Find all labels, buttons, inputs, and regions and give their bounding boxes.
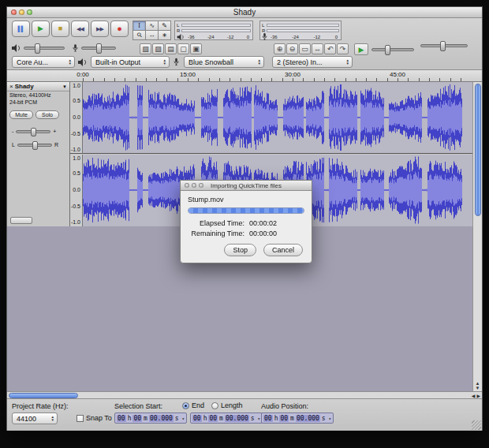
slider-thumb[interactable] — [35, 43, 40, 54]
zoom-in-icon: ⊕ — [277, 45, 283, 53]
playback-meter[interactable]: L R -36-24-120 — [174, 21, 253, 40]
pan-slider[interactable] — [17, 144, 52, 147]
slider-thumb[interactable] — [31, 128, 36, 136]
project-rate-dropdown[interactable]: 44100 ▲▼ — [12, 413, 58, 424]
waveform-left-channel[interactable] — [83, 82, 472, 154]
scrollbar-thumb[interactable] — [475, 84, 481, 216]
dialog-window-controls — [185, 183, 203, 188]
microphone-icon — [73, 44, 78, 52]
close-button[interactable] — [185, 183, 189, 188]
chevron-down-icon[interactable]: ▾ — [328, 416, 331, 421]
gain-slider[interactable] — [16, 130, 50, 133]
multi-tool-button[interactable]: ∗ — [158, 30, 171, 40]
input-device-dropdown[interactable]: Blue Snowball ▲▼ — [184, 56, 264, 68]
snap-to-checkbox[interactable] — [77, 415, 84, 422]
scroll-left-icon[interactable]: ◀ — [472, 393, 476, 398]
scrollbar-thumb[interactable] — [9, 393, 78, 398]
mute-button[interactable]: Mute — [9, 110, 33, 119]
track-close-icon[interactable]: × — [9, 83, 13, 90]
zoom-in-button[interactable]: ⊕ — [274, 43, 286, 54]
audio-position-field[interactable]: 00h00m00.000s▾ — [261, 413, 334, 424]
scrollbar-arrows[interactable]: ◀▶ — [472, 393, 480, 398]
trim-button[interactable]: ▢ — [177, 43, 189, 54]
cancel-button[interactable]: Cancel — [263, 244, 303, 256]
track-bitdepth-info: 24-bit PCM — [7, 99, 69, 106]
selection-end-field[interactable]: 00h00m00.000s▾ — [190, 413, 263, 424]
zoom-button[interactable] — [199, 183, 203, 188]
output-volume-slider[interactable] — [24, 47, 65, 50]
selection-start-field[interactable]: 00h00m00.000s▾ — [114, 413, 187, 424]
input-channels-dropdown[interactable]: 2 (Stereo) In... ▲▼ — [272, 56, 353, 68]
undo-icon: ↶ — [327, 45, 334, 53]
fit-project-button[interactable]: ↔ — [312, 43, 323, 54]
audio-position-label: Audio Position: — [261, 402, 308, 410]
scroll-down-icon[interactable]: ▼ — [476, 386, 480, 390]
end-radio[interactable] — [182, 402, 189, 409]
recording-meter[interactable]: L R -36-24-120 — [259, 21, 342, 40]
chevron-down-icon[interactable]: ▾ — [181, 416, 185, 421]
slider-thumb[interactable] — [96, 43, 102, 54]
pan-left-label: L — [12, 142, 15, 147]
play-speed-slider[interactable] — [371, 48, 414, 51]
timeline-ruler[interactable]: 0:00 15:00 30:00 45:00 — [7, 70, 482, 82]
redo-button[interactable]: ↷ — [337, 43, 349, 54]
chevron-down-icon[interactable]: ▾ — [257, 416, 260, 421]
resize-grip[interactable] — [472, 420, 481, 430]
transcription-toolbar: ▶ — [354, 43, 414, 55]
play-button[interactable]: ▶ — [32, 21, 50, 37]
cut-button[interactable]: ▧ — [140, 43, 151, 54]
audio-host-dropdown[interactable]: Core Au... ▲▼ — [12, 56, 75, 68]
timeshift-tool-button[interactable]: ↔ — [145, 30, 159, 40]
desktop: Shady ▌▌ ▶ ■ ◀◀ ▶▶ ● I ∿ ✎ ⚲ ↔ ∗ — [0, 0, 489, 448]
slider-thumb[interactable] — [385, 45, 390, 55]
waveform-canvas[interactable] — [83, 82, 472, 153]
slider-thumb[interactable] — [32, 141, 38, 150]
vertical-scrollbar[interactable]: ▲▼ — [472, 82, 482, 391]
audio-host-value: Core Au... — [17, 58, 48, 66]
edit-toolbar: ▧ ▨ ▤ ▢ ▣ — [140, 43, 202, 54]
close-button[interactable] — [11, 9, 17, 15]
track-collapse-button[interactable] — [10, 217, 32, 224]
stop-button[interactable]: ■ — [51, 21, 69, 37]
meter-scale: -36-24-120 — [186, 35, 251, 39]
paste-button[interactable]: ▤ — [165, 43, 177, 54]
ruler-label: 45:00 — [390, 71, 405, 78]
play-at-speed-button[interactable]: ▶ — [354, 43, 368, 55]
minimize-button[interactable] — [19, 9, 24, 15]
scroll-right-icon[interactable]: ▶ — [476, 393, 480, 398]
zoom-button[interactable] — [27, 9, 32, 15]
output-device-dropdown[interactable]: Built-in Output ▲▼ — [91, 56, 170, 68]
dialog-titlebar[interactable]: Importing QuickTime files — [181, 181, 312, 191]
rewind-button[interactable]: ◀◀ — [71, 21, 89, 37]
vertical-scale-left-channel[interactable]: 1.0 0.5 0.0 -0.5 -1.0 — [70, 82, 83, 154]
window-titlebar[interactable]: Shady — [7, 7, 482, 18]
zoom-tool-button[interactable]: ⚲ — [133, 30, 146, 40]
minimize-button[interactable] — [192, 183, 196, 188]
track-format-info: Stereo, 44100Hz — [7, 91, 69, 99]
copy-button[interactable]: ▨ — [152, 43, 164, 54]
length-radio[interactable] — [211, 402, 218, 409]
fit-selection-button[interactable]: ▭ — [299, 43, 311, 54]
vertical-scale-right-channel[interactable]: 1.0 0.5 0.0 -0.5 -1.0 — [70, 155, 83, 226]
track-control-panel[interactable]: × Shady ▼ Stereo, 44100Hz 24-bit PCM Mut… — [7, 82, 70, 226]
ruler-ticks — [83, 78, 471, 81]
solo-button[interactable]: Solo — [35, 110, 59, 119]
track-header[interactable]: × Shady ▼ — [7, 82, 69, 91]
undo-button[interactable]: ↶ — [324, 43, 336, 54]
stop-button[interactable]: Stop — [224, 244, 256, 256]
fast-forward-button[interactable]: ▶▶ — [91, 21, 109, 37]
silence-button[interactable]: ▣ — [190, 43, 202, 54]
scrollbar-arrows[interactable]: ▲▼ — [473, 381, 482, 391]
pause-button[interactable]: ▌▌ — [12, 21, 30, 37]
slider-thumb[interactable] — [440, 41, 446, 51]
zoom-out-button[interactable]: ⊖ — [286, 43, 298, 54]
input-volume-slider[interactable] — [81, 47, 116, 50]
horizontal-scrollbar[interactable]: ◀▶ — [7, 391, 482, 399]
track-menu-icon[interactable]: ▼ — [62, 84, 67, 89]
jog-slider[interactable] — [420, 44, 468, 47]
record-button[interactable]: ● — [110, 21, 129, 37]
pan-right-label: R — [54, 142, 58, 147]
meter-right-bar — [267, 29, 339, 32]
import-progress-dialog: Importing QuickTime files Stump.mov Elap… — [180, 180, 312, 263]
pause-icon: ▌▌ — [18, 26, 24, 32]
